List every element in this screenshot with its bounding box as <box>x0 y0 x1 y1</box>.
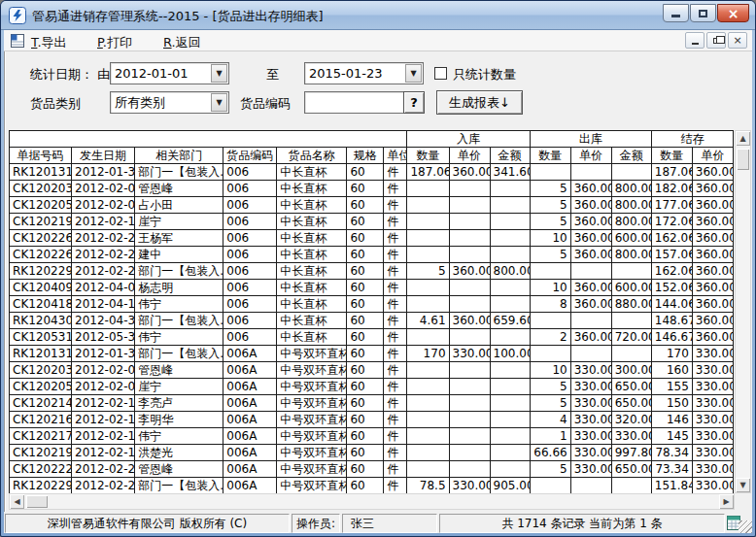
column-header-bal-price[interactable]: 单价 <box>692 148 733 164</box>
menu-export-label: .导出 <box>37 35 66 50</box>
column-header-doc-no[interactable]: 单据号码 <box>10 148 72 164</box>
grid-cell: 330.00 <box>570 379 611 395</box>
table-row[interactable]: CK1202050(2012-02-05 崖宁006A 中号双环直杯60 件 5… <box>10 379 734 395</box>
column-header-date[interactable]: 发生日期 <box>72 148 135 164</box>
scroll-down-button[interactable]: ▼ <box>736 478 750 492</box>
vertical-scroll-thumb[interactable] <box>737 149 749 170</box>
qty-only-label: 只统计数量 <box>453 66 516 84</box>
column-header-product-name[interactable]: 货品名称 <box>277 148 347 164</box>
column-header-product-code[interactable]: 货品编码 <box>223 148 277 164</box>
grid-cell: CK1202140( <box>10 395 72 412</box>
help-button[interactable]: ? <box>403 91 425 114</box>
column-header-out-qty[interactable]: 数量 <box>530 148 570 164</box>
table-row[interactable]: CK1204090(2012-04-09 杨志明006 中长直杯60 件 103… <box>10 280 734 296</box>
table-row[interactable]: RK1204300(2012-04-30 部门一【包装入.006 中长直杯60 … <box>10 313 734 329</box>
table-row[interactable]: CK1202170(2012-02-17 伟宁006A 中号双环直杯60 件 1… <box>10 428 734 445</box>
column-header-unit[interactable]: 单位 <box>384 148 407 164</box>
table-row[interactable]: RK1201310(2012-01-31 部门一【包装入.006A 中号双环直杯… <box>10 346 734 362</box>
date-to-dropdown-button[interactable]: ▼ <box>405 64 422 83</box>
table-row[interactable]: CK1202190(2012-02-19 崖宁006 中长直杯60 件 5360… <box>10 214 734 230</box>
menu-return[interactable]: R.返回 <box>159 33 205 52</box>
category-dropdown-button[interactable]: ▼ <box>211 93 227 112</box>
table-row[interactable]: RK1202290(2012-02-29 部门一【包装入.006 中长直杯60 … <box>10 263 734 280</box>
menu-export[interactable]: T.导出 <box>27 33 71 52</box>
column-header-out-amount[interactable]: 金额 <box>611 148 651 164</box>
maximize-button[interactable] <box>690 4 716 22</box>
table-row[interactable]: CK1204180(2012-04-18 伟宁006 中长直杯60 件 8360… <box>10 296 734 313</box>
table-row[interactable]: CK1202030(2012-02-03 管恩峰006A 中号双环直杯60 件 … <box>10 362 734 379</box>
grid-cell: CK1205310( <box>10 329 72 346</box>
generate-report-button[interactable]: 生成报表↓ <box>436 90 523 115</box>
date-to-select[interactable]: 2015-01-23 ▼ <box>304 62 424 84</box>
menu-print[interactable]: P.打印 <box>93 33 136 52</box>
minimize-button[interactable] <box>663 4 689 22</box>
grid-cell: 006A <box>223 478 277 494</box>
table-row[interactable]: CK1202260(2012-02-26 建中006 中长直杯60 件 5360… <box>10 247 734 263</box>
product-code-input[interactable] <box>304 91 404 114</box>
scroll-left-icon: ◀ <box>14 498 19 506</box>
grid-cell <box>490 412 530 428</box>
grid-cell: 中长直杯 <box>277 329 347 346</box>
grid-cell: 5 <box>530 461 570 478</box>
scroll-right-button[interactable]: ▶ <box>719 494 734 509</box>
grid-cell <box>449 461 490 478</box>
grid-cell: CK1202190( <box>10 214 72 230</box>
grid-cell: RK1204300( <box>10 313 72 329</box>
grid-cell <box>407 230 449 247</box>
table-row[interactable]: CK1202140(2012-02-14 李亮卢006A 中号双环直杯60 件 … <box>10 395 734 412</box>
grid-cell: 66.66 <box>530 445 570 461</box>
grid-cell: CK1202260( <box>10 247 72 263</box>
table-row[interactable]: CK1202260(2012-02-26 王杨军006 中长直杯60 件 103… <box>10 230 734 247</box>
horizontal-scrollbar[interactable]: ◀ ▶ <box>9 493 735 510</box>
date-from-select[interactable]: 2012-01-01 ▼ <box>110 62 229 84</box>
grid-cell: 360.00 <box>692 181 733 197</box>
grid-cell <box>407 412 449 428</box>
grid-cell <box>407 445 449 461</box>
column-header-bal-qty[interactable]: 数量 <box>651 148 692 164</box>
grid-cell: 006A <box>223 412 277 428</box>
vertical-scrollbar[interactable]: ▲ ▼ <box>735 130 751 493</box>
grid-cell <box>530 478 570 494</box>
column-header-spec[interactable]: 规格 <box>347 148 384 164</box>
title-bar[interactable]: 管易通进销存管理系统--2015 - [货品进出存明细表] × <box>1 1 755 30</box>
close-button[interactable]: × <box>717 4 749 22</box>
table-row[interactable]: CK1202220(2012-02-22 管恩峰006A 中号双环直杯60 件 … <box>10 461 734 478</box>
grid-cell: RK1202290( <box>10 478 72 494</box>
column-header-in-amount[interactable]: 金额 <box>490 148 530 164</box>
grid-cell: 5 <box>530 214 570 230</box>
column-header-in-price[interactable]: 单价 <box>449 148 490 164</box>
grid-cell: 中长直杯 <box>277 230 347 247</box>
resize-grip[interactable] <box>739 520 752 533</box>
horizontal-scroll-thumb[interactable] <box>26 495 48 508</box>
mdi-close-button[interactable]: × <box>728 32 747 49</box>
qty-only-checkbox[interactable] <box>434 67 447 80</box>
scroll-left-button[interactable]: ◀ <box>10 494 24 509</box>
grid-cell: 件 <box>384 379 407 395</box>
grid-cell: 800.00 <box>611 247 651 263</box>
grid-cell: 管恩峰 <box>135 181 223 197</box>
grid-cell: 5 <box>530 197 570 214</box>
date-from-dropdown-button[interactable]: ▼ <box>211 64 227 83</box>
grid-cell: 360.00 <box>570 296 611 313</box>
grid-cell: 006A <box>223 395 277 412</box>
category-select[interactable]: 所有类别 ▼ <box>110 91 229 114</box>
table-row[interactable]: CK1202160(2012-02-16 李明华006A 中号双环直杯60 件 … <box>10 412 734 428</box>
table-row[interactable]: CK1202050(2012-02-05 占小田006 中长直杯60 件 536… <box>10 197 734 214</box>
table-row[interactable]: RK1201310(2012-01-31 部门一【包装入.006 中长直杯60 … <box>10 164 734 181</box>
table-row[interactable]: CK1202030(2012-02-03 管恩峰006 中长直杯60 件 536… <box>10 181 734 197</box>
grid-cell: 2012-01-31 <box>72 164 135 181</box>
grid-cell: 60 <box>347 230 384 247</box>
grid-cell: 洪楚光 <box>135 445 223 461</box>
table-row[interactable]: RK1202290(2012-02-29 部门一【包装入.006A 中号双环直杯… <box>10 478 734 494</box>
grid-cell <box>449 280 490 296</box>
grid-cell: 177.06 <box>651 197 692 214</box>
column-header-in-qty[interactable]: 数量 <box>407 148 449 164</box>
scroll-up-button[interactable]: ▲ <box>736 131 750 146</box>
table-row[interactable]: CK1202190(2012-02-19 洪楚光006A 中号双环直杯60 件 … <box>10 445 734 461</box>
mdi-restore-button[interactable] <box>706 32 726 49</box>
grid-cell: 360.00 <box>449 164 490 181</box>
table-row[interactable]: CK1205310(2012-05-31 伟宁006 中长直杯60 件 2360… <box>10 329 734 346</box>
mdi-minimize-button[interactable] <box>685 32 704 49</box>
column-header-out-price[interactable]: 单价 <box>570 148 611 164</box>
column-header-department[interactable]: 相关部门 <box>135 148 223 164</box>
